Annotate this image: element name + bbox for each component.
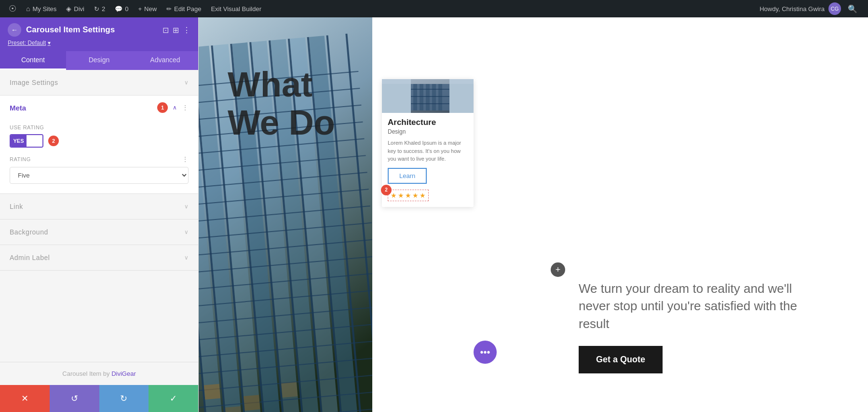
card-subtitle: Design [388, 128, 468, 135]
admin-bar-editpage[interactable]: ✏ Edit Page [162, 0, 206, 17]
image-settings-label: Image Settings [10, 79, 184, 86]
svg-rect-50 [420, 84, 423, 110]
background-section: Background ∨ [0, 220, 198, 245]
carousel-card: Architecture Design Lorem Khaled Ipsum i… [382, 79, 474, 207]
card-thumbnail-svg [382, 79, 474, 113]
link-header[interactable]: Link ∨ [0, 194, 198, 219]
redo-button[interactable]: ↻ [99, 385, 149, 412]
card-body-text: Lorem Khaled Ipsum is a major key to suc… [388, 139, 468, 163]
tab-advanced[interactable]: Advanced [132, 51, 198, 70]
star-4: ★ [412, 192, 419, 199]
save-button[interactable]: ✓ [149, 385, 198, 412]
image-settings-section: Image Settings ∨ [0, 70, 198, 96]
add-module-button[interactable]: + [551, 262, 565, 277]
use-rating-toggle[interactable]: YES [10, 134, 43, 148]
grid-icon[interactable]: ⊞ [173, 26, 179, 35]
link-chevron: ∨ [184, 203, 189, 210]
svg-rect-41 [204, 384, 220, 400]
svg-rect-55 [411, 96, 449, 97]
admin-label-section: Admin Label ∨ [0, 245, 198, 271]
search-icon[interactable]: 🔍 [845, 4, 860, 14]
meta-icons: ∧ ⋮ [173, 104, 189, 111]
tagline-text: We turn your dream to reality and we'll … [579, 280, 820, 332]
footer-divigear-link[interactable]: DiviGear [111, 370, 136, 377]
admin-bar-left: ☉ ⌂ My Sites ◈ Divi ↻ 2 💬 0 + New ✏ Edit… [4, 0, 266, 17]
background-header[interactable]: Background ∨ [0, 220, 198, 245]
card-title: Architecture [388, 118, 468, 127]
star-1: ★ [391, 192, 397, 199]
admin-label-chevron: ∨ [184, 254, 189, 261]
admin-bar-mysites[interactable]: ⌂ My Sites [21, 0, 61, 17]
panel-title-row: ← Carousel Item Settings ⊡ ⊞ ⋮ [8, 23, 190, 37]
updates-icon: ↻ [94, 5, 99, 13]
panel-footer: Carousel Item by DiviGear [0, 362, 198, 385]
rating-label: Rating [10, 156, 178, 162]
cancel-button[interactable]: ✕ [0, 385, 50, 412]
admin-bar-wp[interactable]: ☉ [4, 0, 21, 17]
meta-section: Meta 1 ∧ ⋮ Use Rating YES 2 [0, 96, 198, 194]
panel-tabs: Content Design Advanced [0, 51, 198, 70]
star-3: ★ [405, 192, 411, 199]
tab-design[interactable]: Design [66, 51, 132, 70]
admin-bar-comments[interactable]: 💬 0 [110, 0, 133, 17]
footer-by: by [103, 370, 111, 377]
preset-label[interactable]: Preset: Default ▾ [8, 40, 190, 46]
window-icon[interactable]: ⊡ [163, 26, 169, 35]
meta-content: Use Rating YES 2 Rating ⋮ Five [0, 120, 198, 193]
undo-button[interactable]: ↺ [50, 385, 99, 412]
meta-chevron-up-icon: ∧ [173, 104, 177, 111]
svg-rect-52 [432, 84, 436, 110]
meta-badge: 1 [157, 102, 168, 113]
admin-bar-new[interactable]: + New [133, 0, 162, 17]
link-label: Link [10, 203, 184, 210]
back-button[interactable]: ← [8, 23, 21, 37]
rating-field-row: Rating ⋮ [10, 155, 189, 163]
svg-rect-51 [426, 84, 430, 110]
avatar: CG [828, 2, 841, 15]
image-settings-chevron: ∨ [184, 79, 189, 86]
use-rating-label: Use Rating [10, 124, 189, 130]
user-greeting: Howdy, Christina Gwira [760, 5, 825, 13]
star-5: ★ [420, 192, 426, 199]
svg-rect-54 [411, 89, 449, 90]
edit-icon: ✏ [166, 5, 172, 13]
plus-icon: + [138, 5, 142, 13]
admin-bar-updates[interactable]: ↻ 2 [89, 0, 110, 17]
background-chevron: ∨ [184, 229, 189, 235]
toggle-badge-2: 2 [48, 136, 59, 146]
svg-rect-53 [438, 84, 442, 110]
carousel-card-image [382, 79, 474, 113]
image-settings-header[interactable]: Image Settings ∨ [0, 70, 198, 95]
svg-rect-43 [281, 382, 298, 398]
star-2: ★ [398, 192, 404, 199]
meta-section-header[interactable]: Meta 1 ∧ ⋮ [0, 96, 198, 120]
meta-label: Meta [10, 104, 154, 112]
toggle-yes[interactable]: YES [11, 135, 27, 147]
meta-more-icon[interactable]: ⋮ [182, 104, 189, 111]
toggle-no[interactable] [27, 135, 42, 147]
admin-label-header[interactable]: Admin Label ∨ [0, 245, 198, 270]
learn-button[interactable]: Learn [388, 168, 427, 184]
rating-more-icon[interactable]: ⋮ [182, 155, 189, 163]
svg-rect-57 [382, 79, 411, 113]
tab-content[interactable]: Content [0, 51, 66, 70]
main-layout: ← Carousel Item Settings ⊡ ⊞ ⋮ Preset: D… [0, 17, 868, 412]
panel-header: ← Carousel Item Settings ⊡ ⊞ ⋮ Preset: D… [0, 17, 198, 51]
link-section: Link ∨ [0, 194, 198, 220]
quote-button[interactable]: Get a Quote [579, 346, 663, 373]
hero-text: What We Do [228, 66, 335, 142]
svg-rect-59 [382, 79, 474, 84]
rating-select[interactable]: Five [10, 167, 189, 184]
admin-bar: ☉ ⌂ My Sites ◈ Divi ↻ 2 💬 0 + New ✏ Edit… [0, 0, 868, 17]
more-options-icon[interactable]: ⋮ [183, 26, 190, 35]
wp-icon: ☉ [9, 3, 16, 14]
admin-bar-exit-visual-builder[interactable]: Exit Visual Builder [206, 0, 266, 17]
circle-menu-button[interactable]: ••• [474, 341, 497, 364]
panel-title: Carousel Item Settings [26, 25, 158, 35]
admin-bar-divi[interactable]: ◈ Divi [61, 0, 89, 17]
settings-panel: ← Carousel Item Settings ⊡ ⊞ ⋮ Preset: D… [0, 17, 199, 412]
svg-rect-49 [413, 84, 417, 110]
svg-rect-42 [244, 395, 260, 411]
svg-rect-58 [449, 79, 474, 113]
use-rating-toggle-row: YES 2 [10, 134, 189, 148]
